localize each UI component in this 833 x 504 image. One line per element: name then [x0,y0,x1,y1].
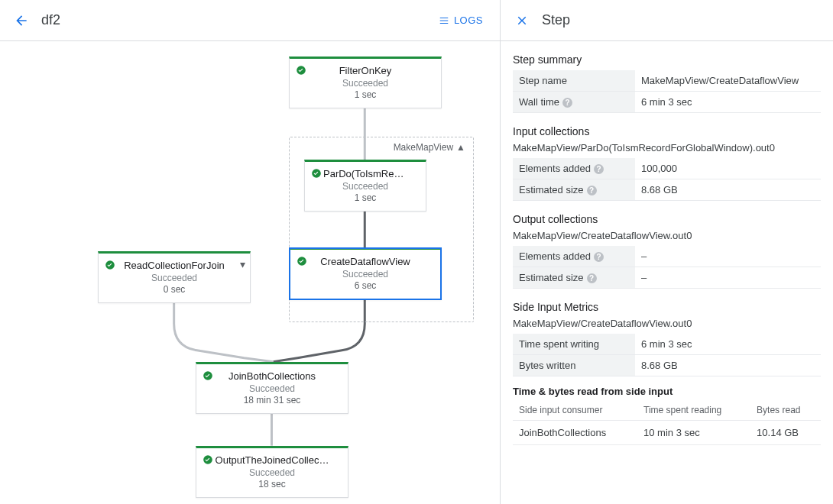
node-filteronkey[interactable]: FilterOnKey Succeeded 1 sec [289,57,442,108]
sideinput-read-table: Side input consumer Time spent reading B… [513,400,821,445]
node-joinboth[interactable]: JoinBothCollections Succeeded 18 min 31 … [196,362,348,414]
output-path: MakeMapView/CreateDataflowView.out0 [513,230,821,241]
row-bytes-written: Bytes written 8.68 GB [513,355,821,376]
close-button[interactable] [511,10,533,31]
group-label: MakeMapView [394,142,453,153]
node-time: 1 sec [297,89,433,100]
sideinput-path: MakeMapView/CreateDataflowView.out0 [513,318,821,329]
section-output: Output collections [513,213,821,225]
sideinput-write-table: Time spent writing 6 min 3 sec Bytes wri… [513,334,821,376]
panel-title: Step [542,12,570,28]
node-status: Succeeded [204,467,340,478]
logs-label: LOGS [454,15,483,26]
check-icon [105,260,115,273]
node-status: Succeeded [204,383,340,394]
row-estimated-size: Estimated size? 8.68 GB [513,179,821,201]
col-bytes: Bytes read [750,400,821,421]
summary-table: Step name MakeMapView/CreateDataflowView… [513,70,821,113]
row-time-writing: Time spent writing 6 min 3 sec [513,334,821,355]
node-title: FilterOnKey [297,65,433,76]
row-estimated-size: Estimated size? – [513,267,821,289]
chevron-down-icon[interactable]: ▾ [240,258,245,270]
left-header: df2 LOGS [0,0,500,41]
node-createdataflowview[interactable]: CreateDataflowView Succeeded 6 sec [289,247,442,300]
node-status: Succeeded [298,269,433,279]
input-path: MakeMapView/ParDo(ToIsmRecordForGlobalWi… [513,142,821,153]
node-status: Succeeded [297,78,433,89]
node-title: OutputTheJoinedCollec… [204,454,340,466]
node-title: ReadCollectionForJoin [106,260,242,271]
chevron-up-icon: ▲ [456,142,465,153]
help-icon[interactable]: ? [594,164,604,174]
job-title: df2 [41,12,60,28]
help-icon[interactable]: ? [587,186,597,195]
check-icon [296,65,306,78]
back-button[interactable] [9,8,34,33]
node-title: CreateDataflowView [298,256,433,267]
row-wall-time: Wall time? 6 min 3 sec [513,92,821,113]
node-status: Succeeded [313,181,418,192]
node-title: JoinBothCollections [204,370,340,382]
help-icon[interactable]: ? [562,98,572,108]
logs-icon [439,15,449,26]
node-pardo[interactable]: ParDo(ToIsmRecordFor… Succeeded 1 sec [304,160,426,212]
node-time: 0 sec [106,284,242,295]
section-input: Input collections [513,125,821,137]
graph-canvas[interactable]: MakeMapView ▲ FilterOnKey Succeeded 1 se… [0,41,500,504]
node-title: ParDo(ToIsmRecordFor… [313,168,418,179]
node-readcollection[interactable]: ▾ ReadCollectionForJoin Succeeded 0 sec [98,251,251,303]
input-table: Elements added? 100,000 Estimated size? … [513,158,821,201]
group-header[interactable]: MakeMapView ▲ [394,142,465,153]
node-time: 1 sec [313,192,418,203]
sideinput-read-heading: Time & bytes read from side input [513,386,821,397]
col-time: Time spent reading [637,400,750,421]
help-icon[interactable]: ? [587,273,597,283]
row-elements-added: Elements added? 100,000 [513,158,821,179]
row-elements-added: Elements added? – [513,246,821,267]
row-step-name: Step name MakeMapView/CreateDataflowView [513,70,821,92]
node-time: 18 sec [204,479,340,489]
check-icon [311,168,322,181]
right-header: Step [501,0,833,41]
table-row: JoinBothCollections 10 min 3 sec 10.14 G… [513,421,821,445]
help-icon[interactable]: ? [594,252,604,262]
node-status: Succeeded [106,273,242,283]
node-time: 6 sec [298,280,433,291]
node-time: 18 min 31 sec [204,395,340,405]
output-table: Elements added? – Estimated size? – [513,246,821,289]
check-icon [203,454,213,467]
check-icon [203,370,213,383]
close-icon [515,14,529,27]
node-output[interactable]: OutputTheJoinedCollec… Succeeded 18 sec [196,446,348,498]
col-consumer: Side input consumer [513,400,637,421]
section-step-summary: Step summary [513,53,821,66]
section-sideinput: Side Input Metrics [513,301,821,313]
arrow-left-icon [14,13,29,28]
logs-button[interactable]: LOGS [431,10,491,31]
check-icon [297,256,307,269]
